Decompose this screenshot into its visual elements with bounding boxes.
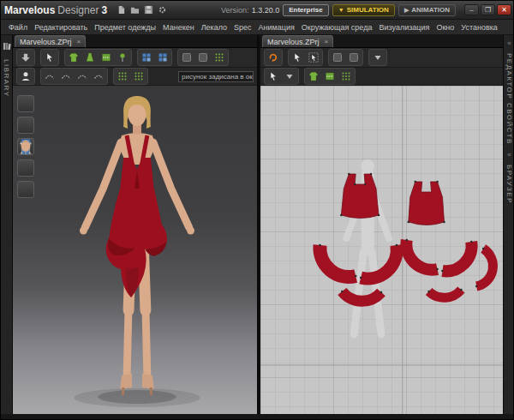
box-icon[interactable] — [346, 51, 362, 64]
menu-item-4[interactable]: Лекало — [198, 23, 230, 32]
caret-down-icon[interactable] — [370, 51, 386, 64]
menu-bar: ФайлРедактироватьПредмет одеждыМанекенЛе… — [1, 20, 514, 35]
box-icon[interactable] — [179, 51, 194, 64]
version-value: 1.3.20.0 — [252, 6, 280, 15]
avatar-3d-render — [13, 86, 257, 414]
property-editor-panel-label[interactable]: РЕДАКТОР СВОЙСТВ — [505, 53, 513, 145]
simulation-label: SIMULATION — [347, 6, 389, 14]
titlebar-quick-icons — [116, 4, 168, 15]
viewport-2d-canvas[interactable] — [260, 86, 503, 414]
tab-close-icon[interactable]: × — [77, 38, 81, 45]
brand-version-number: 3 — [101, 4, 107, 16]
grid-dots-icon[interactable] — [131, 69, 146, 83]
browser-panel-label[interactable]: БРАУЗЕР — [505, 165, 513, 204]
animation-toggle-button[interactable]: ▶ ANIMATION — [398, 4, 456, 16]
avatar-head-icon[interactable] — [18, 69, 33, 83]
pointer-icon[interactable] — [42, 51, 57, 64]
right-tab-bar: Marvelous.ZPrj × — [260, 35, 503, 48]
pointer-icon[interactable] — [290, 51, 305, 64]
left-tab-bar: Marvelous.ZPrj × — [13, 35, 257, 48]
seam-icon[interactable] — [58, 69, 74, 83]
toolbar-group-seam-display — [40, 68, 108, 85]
menu-item-10[interactable]: Установка — [457, 23, 501, 32]
tab-label: Marvelous.ZPrj — [267, 38, 320, 46]
toolbar-group-more — [368, 49, 387, 66]
menu-item-1[interactable]: Редактировать — [31, 23, 91, 32]
toolbar-3d-row1 — [13, 48, 257, 68]
tshirt-green-icon[interactable] — [66, 51, 81, 64]
brand-name: Marvelous — [4, 4, 55, 16]
menu-item-0[interactable]: Файл — [5, 23, 31, 32]
library-panel-label[interactable]: LIBRARY — [3, 59, 10, 98]
tab-marvelous-zprj-2d[interactable]: Marvelous.ZPrj × — [262, 35, 333, 47]
tab-marvelous-zprj-3d[interactable]: Marvelous.ZPrj × — [15, 35, 86, 47]
settings-icon[interactable] — [157, 4, 168, 15]
toolbar-3d-row2: рисунок задисана в окне — [13, 68, 257, 86]
enterprise-label: Enterprise — [289, 6, 323, 14]
version-label: Version: — [221, 6, 249, 15]
toolbar-group-garment-tools — [64, 49, 132, 66]
collapse-left-icon[interactable]: « — [507, 39, 511, 47]
sync-orange-icon[interactable] — [266, 51, 281, 64]
toolbar-group-display-tools — [177, 49, 229, 66]
pattern-pieces-render — [260, 86, 503, 414]
save-icon[interactable] — [143, 4, 154, 15]
seam-icon[interactable] — [42, 69, 57, 83]
maximize-button[interactable]: ❒ — [481, 4, 495, 15]
toolbar-group-select-2d — [288, 49, 323, 66]
sew-green-icon[interactable] — [99, 51, 114, 64]
enterprise-badge[interactable]: Enterprise — [283, 4, 329, 16]
dress-green-icon[interactable] — [82, 51, 98, 64]
tab-label: Marvelous.ZPrj — [20, 38, 72, 46]
viewport-thumbnail-column — [17, 95, 34, 198]
window-controls: – ❒ ✕ — [464, 4, 511, 15]
workspace: LIBRARY Marvelous.ZPrj × рисунок задисан… — [1, 35, 514, 414]
caret-down-icon[interactable] — [282, 69, 297, 83]
sew-green-icon[interactable] — [322, 69, 338, 83]
toolbar-group-transform-2d — [264, 68, 299, 85]
tshirt-green-icon[interactable] — [306, 69, 321, 83]
seam-icon[interactable] — [91, 69, 106, 83]
grid-dots-icon[interactable] — [338, 69, 354, 83]
toolbar-2d-row1 — [260, 48, 503, 68]
grid-blue-icon[interactable] — [155, 51, 170, 64]
grid-dots-icon[interactable] — [212, 51, 227, 64]
menu-item-7[interactable]: Окружающая среда — [298, 23, 376, 32]
toolbar-group-show-avatar — [16, 49, 35, 66]
toolbar-group-sewing-2d — [304, 68, 356, 85]
pointer-icon[interactable] — [266, 69, 281, 83]
menu-item-2[interactable]: Предмет одежды — [91, 23, 159, 32]
new-doc-icon[interactable] — [116, 4, 127, 15]
grid-blue-icon[interactable] — [139, 51, 154, 64]
box-icon[interactable] — [330, 51, 345, 64]
simulation-toggle-button[interactable]: ▼ SIMULATION — [332, 4, 395, 16]
box-icon[interactable] — [195, 51, 211, 64]
viewport-3d-canvas[interactable] — [13, 86, 257, 414]
menu-item-3[interactable]: Манекен — [159, 23, 198, 32]
viewport-3d-window: Marvelous.ZPrj × рисунок задисана в окне — [13, 35, 259, 414]
marvelous-designer-window: { "title_bar": { "brand_bold": "Marvelou… — [0, 0, 514, 420]
animation-icon: ▶ — [404, 7, 409, 14]
grid-dots-icon[interactable] — [115, 69, 130, 83]
title-bar: Marvelous Designer 3 Version:1.3.20.0 En… — [1, 1, 514, 20]
close-button[interactable]: ✕ — [497, 4, 511, 15]
menu-item-5[interactable]: Spec — [230, 23, 255, 32]
viewport-2d-window: Marvelous.ZPrj × — [260, 35, 503, 414]
pointer-box-icon[interactable] — [306, 51, 321, 64]
collapse-left-icon[interactable]: « — [507, 151, 511, 159]
brand-product: Designer — [57, 4, 99, 16]
seam-icon[interactable] — [75, 69, 90, 83]
library-panel-strip: LIBRARY — [1, 35, 13, 414]
menu-item-8[interactable]: Визуализация — [375, 23, 433, 32]
tab-close-icon[interactable]: × — [325, 38, 329, 45]
menu-item-6[interactable]: Анимация — [255, 23, 298, 32]
thumbnail-head-tan[interactable] — [17, 181, 34, 198]
pattern-window-field[interactable]: рисунок задисана в окне — [178, 71, 254, 82]
big-arrow-down-icon[interactable] — [18, 51, 33, 64]
version-text: Version:1.3.20.0 — [221, 6, 279, 15]
minimize-button[interactable]: – — [464, 4, 479, 15]
open-folder-icon[interactable] — [129, 4, 140, 15]
toolbar-group-avatar-display — [16, 68, 35, 85]
menu-item-9[interactable]: Окно — [433, 23, 457, 32]
pin-green-icon[interactable] — [115, 51, 130, 64]
